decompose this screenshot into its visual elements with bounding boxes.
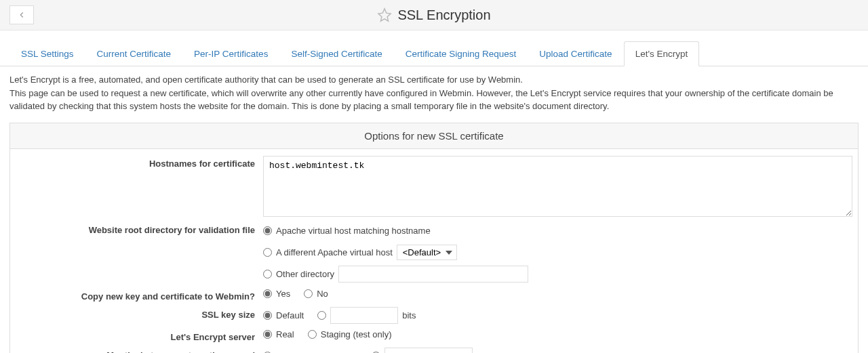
page-title-text: SSL Encryption	[397, 7, 490, 23]
label-leserver: Let's Encrypt server	[16, 329, 263, 342]
label-copykey: Copy new key and certificate to Webmin?	[16, 289, 263, 302]
radio-webroot-matching[interactable]	[263, 226, 272, 235]
tab-per-ip-certificates[interactable]: Per-IP Certificates	[182, 41, 279, 66]
select-virtual-host[interactable]: <Default>	[397, 245, 457, 260]
label-renewal: Months between automatic renewal	[16, 348, 263, 354]
row-keysize: SSL key size Default bits	[10, 304, 858, 327]
description-line-2: This page can be used to request a new c…	[9, 88, 833, 112]
radio-webroot-other[interactable]	[263, 270, 272, 278]
tab-ssl-settings[interactable]: SSL Settings	[9, 41, 85, 66]
input-keysize-custom[interactable]	[330, 307, 398, 324]
tab-upload-certificate[interactable]: Upload Certificate	[528, 41, 623, 66]
radio-keysize-default[interactable]	[263, 311, 272, 320]
row-hostnames: Hostnames for certificate host.webmintes…	[10, 149, 858, 220]
tab-current-certificate[interactable]: Current Certificate	[85, 41, 183, 66]
description-line-1: Let's Encrypt is a free, automated, and …	[9, 75, 523, 85]
hostnames-textarea[interactable]: host.webmintest.tk	[263, 156, 852, 217]
panel-header: Options for new SSL certificate	[10, 123, 858, 149]
tabs-bar: SSL Settings Current Certificate Per-IP …	[0, 41, 868, 66]
radio-keysize-default-label: Default	[276, 310, 304, 320]
tab-lets-encrypt[interactable]: Let's Encrypt	[624, 41, 700, 66]
radio-leserver-staging[interactable]	[308, 330, 317, 339]
row-copykey: Copy new key and certificate to Webmin? …	[10, 286, 858, 304]
input-other-directory[interactable]	[338, 266, 528, 283]
radio-webroot-different[interactable]	[263, 248, 272, 257]
input-renewal-months[interactable]	[384, 348, 473, 354]
radio-webroot-different-label: A different Apache virtual host	[276, 247, 393, 257]
label-keysize: SSL key size	[16, 307, 263, 320]
back-arrow-icon	[17, 10, 26, 20]
radio-renewal-manual-label: Only renew manually	[276, 351, 358, 354]
radio-copykey-no-label: No	[317, 289, 328, 299]
radio-webroot-matching-label: Apache virtual host matching hostname	[276, 226, 431, 236]
radio-copykey-yes[interactable]	[263, 289, 272, 298]
radio-leserver-real[interactable]	[263, 330, 272, 339]
description-text: Let's Encrypt is a free, automated, and …	[9, 73, 859, 113]
row-webroot: Website root directory for validation fi…	[10, 220, 858, 286]
back-button[interactable]	[9, 5, 34, 24]
radio-keysize-custom[interactable]	[317, 311, 326, 320]
keysize-unit: bits	[402, 310, 416, 320]
radio-copykey-yes-label: Yes	[276, 289, 290, 299]
tab-self-signed-certificate[interactable]: Self-Signed Certificate	[279, 41, 393, 66]
header-bar: SSL Encryption	[0, 0, 868, 30]
page-title: SSL Encryption	[34, 7, 834, 23]
label-webroot: Website root directory for validation fi…	[16, 222, 263, 235]
options-panel: Options for new SSL certificate Hostname…	[9, 123, 859, 354]
star-icon[interactable]	[377, 7, 392, 22]
radio-webroot-other-label: Other directory	[276, 269, 334, 279]
row-leserver: Let's Encrypt server Real Staging (test …	[10, 327, 858, 345]
radio-leserver-real-label: Real	[276, 329, 294, 339]
radio-leserver-staging-label: Staging (test only)	[321, 329, 392, 339]
row-renewal: Months between automatic renewal Only re…	[10, 345, 858, 354]
radio-copykey-no[interactable]	[304, 289, 313, 298]
content-area: Let's Encrypt is a free, automated, and …	[0, 66, 868, 353]
tab-certificate-signing-request[interactable]: Certificate Signing Request	[394, 41, 528, 66]
label-hostnames: Hostnames for certificate	[16, 156, 263, 169]
